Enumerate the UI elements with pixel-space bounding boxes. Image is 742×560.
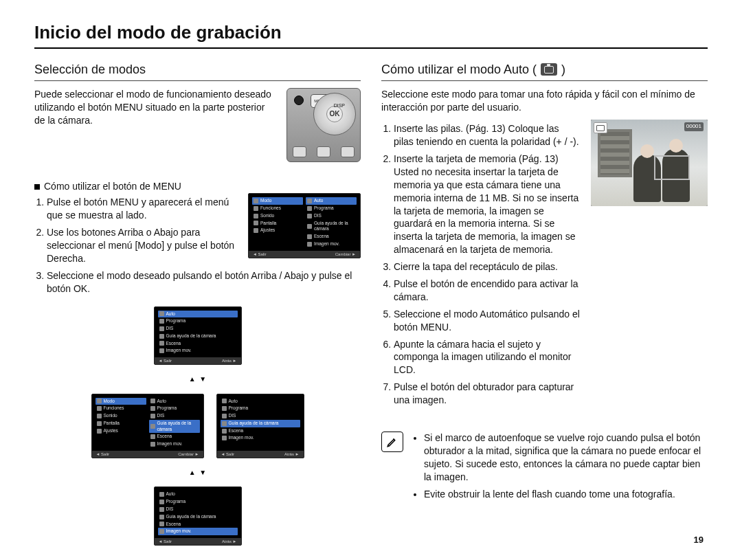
menu-right-item: Imagen mov. xyxy=(149,440,200,448)
sample-building-icon xyxy=(598,129,632,177)
menu-item-icon xyxy=(222,399,227,403)
menu-item-icon xyxy=(222,436,227,440)
camera-disp-label: DISP xyxy=(334,102,345,109)
menu-footer: ◄ SalirAtrás ► xyxy=(155,538,241,545)
menu-item-icon xyxy=(150,424,155,429)
menu-item-icon xyxy=(97,406,102,411)
note-item-2: Evite obstruir la lente del flash cuando… xyxy=(424,488,708,501)
menu-right-item: DIS xyxy=(306,212,357,220)
steps-list-right: Inserte las pilas. (Pág. 13) Coloque las… xyxy=(381,122,581,407)
menu-screenshot-step1: ModoFuncionesSonidoPantallaAjustesAutoPr… xyxy=(248,193,361,258)
menu-item-icon xyxy=(97,414,102,418)
bullet-square-icon xyxy=(34,184,40,190)
menu-left-item: Sonido xyxy=(95,412,146,420)
menu-right-item: Programa xyxy=(306,205,357,212)
menu-left-item: Pantalla xyxy=(95,420,146,427)
menu-item-icon xyxy=(159,529,164,534)
menu-right-item: DIS xyxy=(221,412,300,420)
menu-right-item: Auto xyxy=(158,311,238,318)
menu-left-item: Modo xyxy=(95,398,146,405)
menu-item-icon xyxy=(159,341,164,346)
menu-footer: ◄ SalirCambiar ► xyxy=(249,251,360,258)
heading-auto-prefix: Cómo utilizar el modo Auto ( xyxy=(381,61,537,78)
menu-right-item: Imagen mov. xyxy=(221,434,300,442)
step-left-3: Seleccione el modo deseado pulsando el b… xyxy=(47,269,361,295)
menu-right-item: DIS xyxy=(158,325,238,333)
intro-text-left: Puede seleccionar el modo de funcionamie… xyxy=(34,88,277,127)
camera-back-illustration: MENU DISP xyxy=(286,88,361,162)
menu-item-icon xyxy=(307,199,312,203)
heading-auto-suffix: ) xyxy=(561,61,565,78)
menu-item-icon xyxy=(254,206,258,211)
menu-item-icon xyxy=(97,399,102,403)
menu-item-icon xyxy=(97,429,102,434)
camera-ok-wheel-icon xyxy=(313,93,356,135)
menu-right-item: Programa xyxy=(149,405,200,412)
camera-indicator-dot-icon xyxy=(294,96,304,105)
column-right: Cómo utilizar el modo Auto ( ) Seleccion… xyxy=(381,61,708,546)
menu-right-item: Guía ayuda de la cámara xyxy=(158,513,238,521)
menu-right-item: Imagen mov. xyxy=(306,240,357,248)
menu-item-icon xyxy=(307,234,312,239)
step-right-4: Pulse el botón de encendido para activar… xyxy=(394,278,581,304)
menu-item-icon xyxy=(222,421,227,426)
step-right-3: Cierre la tapa del receptáculo de pilas. xyxy=(394,260,581,273)
step-right-7: Pulse el botón del obturador para captur… xyxy=(394,381,581,407)
menu-item-icon xyxy=(150,442,155,447)
menu-left-item: Modo xyxy=(252,197,303,205)
menu-item-icon xyxy=(254,214,258,219)
menu-footer: ◄ SalirAtrás ► xyxy=(155,357,241,364)
page-number: 19 xyxy=(694,534,704,546)
menu-right-item: Auto xyxy=(158,491,238,498)
menu-item-icon xyxy=(254,221,258,225)
menu-left-item: Funciones xyxy=(95,405,146,412)
menu-right-item: Auto xyxy=(149,398,200,405)
arrow-down-icon: ▲ ▼ xyxy=(189,468,206,478)
sub-heading-menu-usage: Cómo utilizar el botón de MENU xyxy=(34,180,361,193)
menu-right-item: Imagen mov. xyxy=(158,347,238,355)
menu-footer: ◄ SalirAtrás ► xyxy=(217,451,304,458)
menu-screenshot-step2a: AutoProgramaDISGuía ayuda de la cámaraEs… xyxy=(154,306,242,366)
menu-right-item: Auto xyxy=(306,197,357,205)
intro-text-right: Seleccione este modo para tomar una foto… xyxy=(381,88,708,114)
menu-right-item: Escena xyxy=(149,433,200,440)
menu-item-icon xyxy=(150,399,155,403)
camera-bottom-btn-3-icon xyxy=(341,146,355,157)
menu-item-icon xyxy=(159,515,164,519)
menu-item-icon xyxy=(159,334,164,339)
menu-right-item: Programa xyxy=(158,317,238,325)
menu-item-icon xyxy=(150,406,155,411)
overlay-mode-camera-icon xyxy=(594,122,607,133)
menu-item-icon xyxy=(159,500,164,504)
menu-item-icon xyxy=(159,522,164,526)
column-left: Selección de modos Puede seleccionar el … xyxy=(34,61,361,546)
menu-item-icon xyxy=(222,414,227,418)
menu-item-icon xyxy=(150,414,155,418)
overlay-frame-counter: 00001 xyxy=(684,122,704,131)
menu-item-icon xyxy=(150,434,155,439)
heading-seleccion-modos: Selección de modos xyxy=(34,61,361,81)
sub-heading-label: Cómo utilizar el botón de MENU xyxy=(44,180,181,193)
menu-item-icon xyxy=(159,311,164,316)
menu-left-item: Ajustes xyxy=(252,227,303,234)
step-right-1: Inserte las pilas. (Pág. 13) Coloque las… xyxy=(394,122,581,148)
step-right-6: Apunte la cámara hacia el sujeto y compo… xyxy=(394,338,581,377)
menu-item-icon xyxy=(159,507,164,512)
menu-right-item: Programa xyxy=(158,498,238,506)
menu-right-item: Guía ayuda de la cámara xyxy=(221,420,300,427)
menu-item-icon xyxy=(222,429,227,434)
menu-item-icon xyxy=(307,206,312,211)
menu-item-icon xyxy=(159,326,164,331)
arrow-down-icon: ▲ ▼ xyxy=(189,374,206,384)
auto-mode-camera-icon xyxy=(541,63,557,76)
menu-item-icon xyxy=(254,199,258,203)
menu-left-item: Pantalla xyxy=(252,220,303,227)
menu-item-icon xyxy=(159,492,164,497)
menu-right-item: DIS xyxy=(149,412,200,420)
menu-right-item: Escena xyxy=(158,521,238,528)
menu-screenshot-step2b: ModoFuncionesSonidoPantallaAjustesAutoPr… xyxy=(91,394,204,458)
autofocus-frame-icon xyxy=(654,155,690,180)
step-right-2: Inserte la tarjeta de memoria (Pág. 13) … xyxy=(394,153,581,256)
note-item-1: Si el marco de autoenfoque se vuelve roj… xyxy=(424,432,708,484)
sample-photo-auto-mode: 00001 xyxy=(591,120,708,206)
